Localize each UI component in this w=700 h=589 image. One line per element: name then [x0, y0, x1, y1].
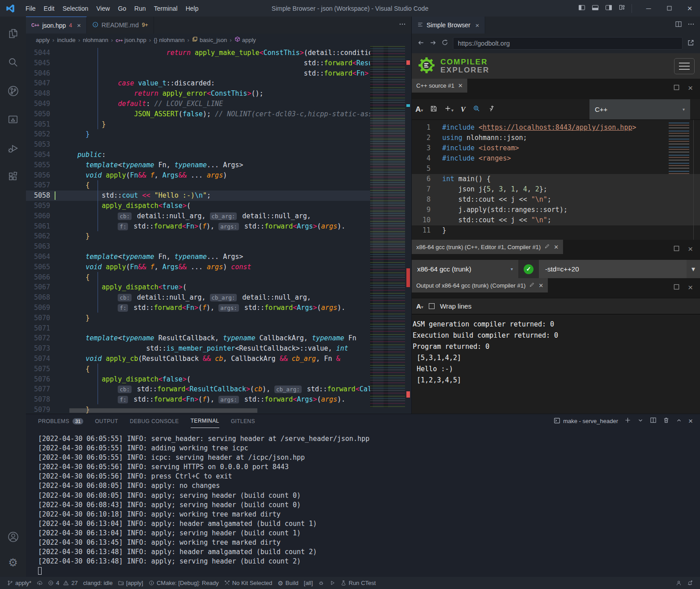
open-external-icon[interactable] [687, 39, 695, 48]
menu-help[interactable]: Help [182, 3, 203, 14]
editor-more-actions-icon[interactable] [399, 21, 406, 30]
breadcrumb-item-basic-json[interactable]: basic_json [192, 36, 227, 43]
url-input[interactable]: https://godbolt.org [453, 37, 683, 50]
status-item-beaker[interactable]: Run CTest [338, 577, 379, 589]
status-item-feedback[interactable] [673, 580, 684, 586]
godbolt-source-editor[interactable]: 1#include <https://localhost:8443/apply/… [412, 120, 700, 240]
tab-json-hpp[interactable]: C++ json.hpp 4 × [26, 17, 87, 34]
close-icon[interactable]: ✕ [538, 282, 543, 289]
minimize-button[interactable]: ─ [638, 0, 659, 17]
panel-tab-output[interactable]: OUTPUT [95, 415, 118, 428]
forward-icon[interactable] [429, 39, 437, 48]
status-item-bug[interactable] [316, 577, 327, 589]
breadcrumb-item-nlohmann[interactable]: {}nlohmann [154, 37, 184, 43]
maximize-button[interactable] [659, 0, 679, 17]
panel-tab-problems[interactable]: PROBLEMS31 [38, 415, 83, 428]
add-pane-icon[interactable]: ▾ [444, 105, 453, 114]
cpp-insights-icon[interactable] [473, 105, 480, 114]
panel-tab-debug-console[interactable]: DEBUG CONSOLE [130, 415, 179, 428]
quickbench-icon[interactable] [487, 105, 495, 114]
code-editor[interactable]: 5044 return apply_make_tuple<ConstThis>(… [26, 46, 411, 414]
maximize-pane-icon[interactable] [673, 84, 680, 93]
terminal-dropdown-icon[interactable] [637, 417, 644, 425]
menu-terminal[interactable]: Terminal [150, 3, 182, 14]
customize-layout-icon[interactable] [619, 4, 625, 13]
maximize-panel-icon[interactable] [676, 417, 682, 425]
panel-tab-terminal[interactable]: TERMINAL [191, 414, 219, 428]
panel-tab-gitlens[interactable]: GITLENS [231, 415, 255, 428]
search-icon[interactable] [2, 51, 24, 74]
close-pane-icon[interactable]: × [688, 283, 693, 292]
status-item-tools[interactable]: No Kit Selected [222, 577, 275, 589]
toggle-secondary-sidebar-icon[interactable] [605, 4, 612, 13]
status-item-play[interactable] [327, 577, 338, 589]
status-item-clangd-idle[interactable]: clangd: idle [81, 577, 115, 589]
menu-run[interactable]: Run [130, 3, 150, 14]
close-icon[interactable]: ✕ [458, 82, 463, 89]
toggle-panel-icon[interactable] [592, 4, 599, 13]
status-item-error-circle[interactable]: 427 [45, 577, 81, 589]
source-control-icon[interactable] [2, 79, 24, 102]
compiler-options-input[interactable]: -std=c++20 [539, 260, 687, 278]
run-debug-icon[interactable] [2, 136, 24, 160]
reload-icon[interactable] [441, 39, 448, 48]
wrap-lines-checkbox[interactable] [429, 303, 435, 309]
close-window-button[interactable]: × [679, 0, 700, 17]
breadcrumb-item-json-hpp[interactable]: C++json.hpp [115, 37, 146, 43]
breadcrumb-item-apply[interactable]: apply [235, 36, 256, 43]
toggle-sidebar-icon[interactable] [578, 4, 585, 13]
edit-pencil-icon[interactable] [544, 243, 550, 250]
status-item-gear[interactable]: ⚙Build [275, 577, 301, 589]
compiler-select[interactable]: x86-64 gcc (trunk) ▾ [412, 260, 518, 278]
hamburger-menu-icon[interactable] [674, 58, 695, 74]
breadcrumb-item-nlohmann[interactable]: nlohmann [83, 37, 108, 43]
close-tab-icon[interactable]: × [77, 21, 81, 29]
font-size-icon[interactable]: A▾ [416, 302, 423, 310]
status-item--all-[interactable]: [all] [301, 577, 316, 589]
font-size-icon[interactable]: A▾ [415, 105, 423, 114]
menu-edit[interactable]: Edit [40, 3, 59, 14]
browser-more-actions-icon[interactable] [687, 21, 695, 30]
menu-selection[interactable]: Selection [59, 3, 93, 14]
split-editor-icon[interactable] [675, 21, 682, 30]
menu-view[interactable]: View [92, 3, 114, 14]
close-panel-icon[interactable]: × [688, 417, 693, 426]
maximize-pane-icon[interactable] [673, 245, 680, 254]
new-terminal-icon[interactable] [624, 417, 631, 425]
compiler-tab[interactable]: x86-64 gcc (trunk) (C++, Editor #1, Comp… [412, 240, 563, 254]
status-item-source-branch[interactable]: apply* [4, 577, 34, 589]
language-select[interactable]: C++ ▾ [589, 99, 690, 119]
tab-readme-md[interactable]: README.md 9+ [87, 17, 154, 34]
minimap-slider[interactable] [370, 113, 405, 252]
status-item-folder[interactable]: [apply] [115, 577, 146, 589]
account-icon[interactable] [2, 525, 24, 548]
edit-pencil-icon[interactable] [529, 282, 535, 289]
options-dropdown-icon[interactable]: ▾ [687, 260, 700, 278]
tab-simple-browser[interactable]: Simple Browser × [412, 17, 485, 34]
status-item-bell-dot[interactable] [684, 580, 696, 586]
terminal-output[interactable]: [2022-04-30 06:05:55] INFO: serve_header… [26, 428, 700, 577]
terminal-instance[interactable]: make - serve_header [554, 417, 618, 425]
back-icon[interactable] [417, 39, 425, 48]
cmake-panel-icon[interactable] [2, 108, 24, 131]
maximize-pane-icon[interactable] [673, 284, 680, 292]
source-tab[interactable]: C++ source #1 ✕ [412, 79, 467, 93]
menu-go[interactable]: Go [114, 3, 130, 14]
kill-terminal-icon[interactable] [663, 417, 670, 425]
output-tab[interactable]: Output of x86-64 gcc (trunk) (Compiler #… [412, 278, 548, 292]
explorer-icon[interactable] [2, 22, 24, 45]
status-item-info-circle[interactable]: CMake: [Debug]: Ready [146, 577, 222, 589]
close-pane-icon[interactable]: × [688, 244, 693, 254]
extensions-icon[interactable] [2, 165, 24, 188]
split-terminal-icon[interactable] [650, 417, 657, 425]
close-tab-icon[interactable]: × [475, 21, 479, 29]
close-pane-icon[interactable]: × [688, 83, 693, 93]
settings-gear-icon[interactable]: ⚙ [2, 551, 24, 574]
save-icon[interactable] [430, 105, 437, 114]
breadcrumb[interactable]: apply›include›nlohmann›C++json.hpp›{}nlo… [26, 34, 411, 46]
horizontal-scrollbar[interactable] [69, 408, 257, 413]
menu-file[interactable]: File [21, 3, 40, 14]
vim-mode-icon[interactable]: V [461, 106, 465, 114]
breadcrumb-item-apply[interactable]: apply [36, 37, 50, 43]
close-icon[interactable]: ✕ [554, 244, 559, 250]
